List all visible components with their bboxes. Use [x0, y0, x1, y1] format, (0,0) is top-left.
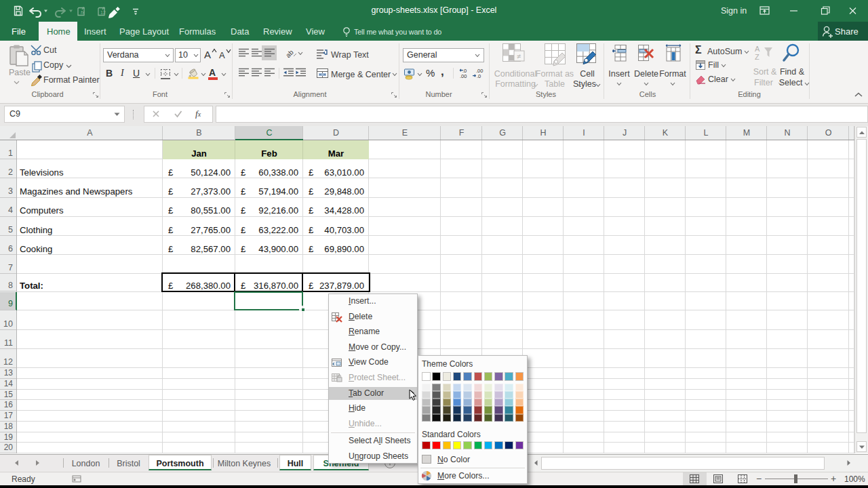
svg-text:Z: Z [755, 53, 760, 61]
svg-text:ab: ab [284, 48, 295, 59]
svg-text:≠: ≠ [517, 52, 521, 60]
svg-text:.0: .0 [477, 73, 481, 79]
svg-text:.00: .00 [460, 73, 467, 79]
svg-text:A: A [755, 45, 760, 53]
